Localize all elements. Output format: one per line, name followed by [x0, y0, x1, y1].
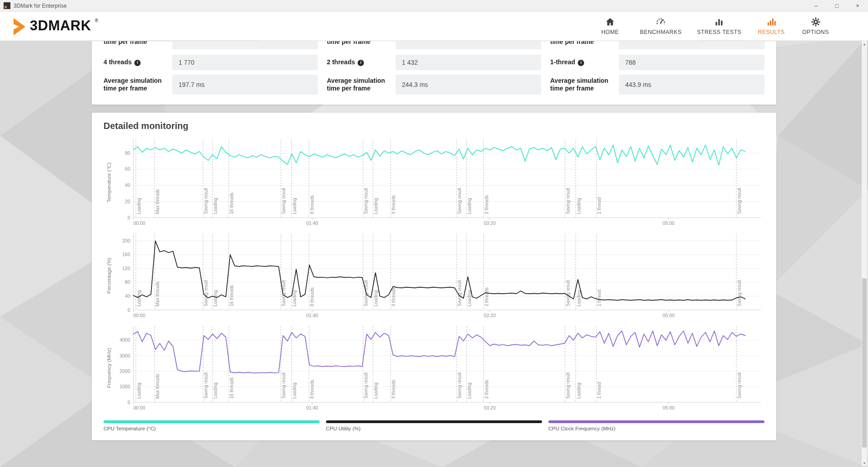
svg-text:Max threads: Max threads: [155, 189, 160, 214]
svg-text:1 thread: 1 thread: [597, 382, 602, 399]
svg-text:Loading: Loading: [292, 290, 297, 306]
legend-item-temperature: CPU Temperature (°C): [104, 420, 320, 431]
brand-logo[interactable]: 3DMARK ®: [12, 16, 98, 37]
result-column: time per frame: [104, 41, 318, 49]
result-label: Average simulationtime per frame: [550, 77, 619, 93]
svg-text:Max threads: Max threads: [155, 374, 160, 399]
svg-text:Loading: Loading: [467, 382, 472, 399]
scroll-down-arrow[interactable]: ▼: [862, 460, 867, 466]
scrollbar-track[interactable]: [862, 47, 867, 460]
app-header: 3DMARK ® HOME BENCHMARKS: [0, 12, 868, 41]
svg-text:16 threads: 16 threads: [229, 285, 234, 306]
result-value-field: [172, 41, 318, 49]
result-label: 4 threadsi: [104, 58, 172, 67]
maximize-button[interactable]: □: [826, 0, 847, 11]
svg-text:Saving result: Saving result: [566, 188, 571, 214]
svg-text:200: 200: [122, 238, 130, 243]
result-label: 1-threadi: [550, 58, 619, 67]
result-column: Average simulationtime per frame 244.3 m…: [327, 75, 541, 95]
svg-text:120: 120: [122, 266, 130, 271]
svg-text:Saving result: Saving result: [737, 188, 742, 214]
results-chart-icon: [766, 17, 777, 27]
svg-text:40: 40: [125, 293, 130, 299]
svg-text:8 threads: 8 threads: [310, 380, 315, 399]
scroll-up-arrow[interactable]: ▲: [862, 41, 867, 47]
result-value-field: 788: [619, 55, 764, 70]
temperature-chart: 020406080LoadingMax threadsSaving result…: [114, 136, 764, 229]
svg-text:2 threads: 2 threads: [484, 287, 489, 306]
scrollbar-thumb[interactable]: [862, 278, 867, 448]
nav-results[interactable]: RESULTS: [757, 17, 786, 35]
svg-text:Saving result: Saving result: [203, 372, 208, 399]
registered-mark: ®: [95, 18, 98, 23]
brand-arrow-icon: [12, 17, 26, 37]
svg-text:Loading: Loading: [576, 198, 581, 214]
close-button[interactable]: ×: [847, 0, 868, 11]
titlebar: 3DMark for Enterprise – □ ×: [0, 0, 868, 12]
svg-text:01:40: 01:40: [306, 313, 318, 318]
result-value-field: 443.9 ms: [619, 75, 764, 95]
svg-text:Saving result: Saving result: [281, 188, 286, 214]
svg-text:60: 60: [125, 166, 130, 172]
result-value-field: 197.7 ms: [172, 75, 318, 95]
svg-text:Loading: Loading: [373, 382, 378, 399]
legend-color-bar: [104, 420, 320, 423]
result-column: time per frame: [550, 41, 764, 49]
svg-text:0: 0: [127, 307, 130, 313]
frequency-chart-row: Frequency (MHz) 01000200030004000Loading…: [104, 323, 764, 413]
svg-text:Loading: Loading: [576, 382, 581, 399]
svg-text:01:40: 01:40: [306, 405, 318, 410]
minimize-button[interactable]: –: [806, 0, 826, 11]
frequency-chart: 01000200030004000LoadingMax threadsSavin…: [114, 323, 764, 413]
legend-item-utility: CPU Utility (%): [326, 420, 542, 431]
svg-text:Saving result: Saving result: [737, 280, 742, 306]
brand-text: 3DMARK: [30, 16, 91, 36]
svg-text:160: 160: [122, 252, 130, 257]
svg-text:Saving result: Saving result: [737, 372, 742, 399]
result-label: time per frame: [327, 41, 396, 46]
svg-text:2 threads: 2 threads: [484, 380, 489, 399]
chart-legend: CPU Temperature (°C) CPU Utility (%) CPU…: [104, 420, 764, 431]
result-column: 4 threadsi 1 770: [104, 55, 318, 70]
svg-text:Saving result: Saving result: [281, 372, 286, 399]
svg-text:1 thread: 1 thread: [597, 290, 602, 306]
svg-text:Loading: Loading: [213, 382, 218, 399]
result-label: time per frame: [104, 41, 172, 46]
info-icon[interactable]: i: [578, 60, 584, 66]
y-axis-title: Temperature (°C): [104, 136, 114, 229]
result-column: time per frame: [327, 41, 541, 49]
results-card: time per frame time per frame time per f…: [92, 41, 776, 105]
svg-text:80: 80: [125, 279, 130, 285]
info-icon[interactable]: i: [134, 60, 141, 66]
nav-home[interactable]: HOME: [595, 17, 624, 35]
scrollbar[interactable]: ▲ ▼: [862, 41, 867, 466]
svg-text:Loading: Loading: [137, 198, 142, 214]
svg-text:Loading: Loading: [137, 290, 142, 306]
home-icon: [605, 17, 615, 27]
svg-text:Saving result: Saving result: [566, 280, 571, 306]
result-value-field: 1 770: [172, 55, 318, 70]
svg-text:03:20: 03:20: [484, 220, 495, 226]
nav-options[interactable]: OPTIONS: [801, 17, 830, 35]
svg-text:0: 0: [127, 215, 130, 220]
utility-chart: 04080120160200LoadingMax threadsSaving r…: [114, 230, 764, 321]
bar-chart-icon: [714, 17, 724, 27]
nav-benchmarks[interactable]: BENCHMARKS: [640, 17, 681, 35]
info-icon[interactable]: i: [358, 60, 364, 66]
results-row-averages: Average simulationtime per frame 197.7 m…: [104, 75, 764, 95]
results-row-threads: 4 threadsi 1 770 2 threadsi 1 432 1-thre…: [104, 55, 764, 70]
result-value-field: [619, 41, 764, 49]
gear-icon: [811, 17, 821, 27]
svg-text:Loading: Loading: [576, 290, 581, 306]
gauge-icon: [656, 17, 666, 27]
content-area: time per frame time per frame time per f…: [0, 41, 868, 467]
svg-text:Loading: Loading: [373, 198, 378, 214]
nav-stress-tests[interactable]: STRESS TESTS: [697, 17, 741, 35]
svg-text:Loading: Loading: [213, 290, 218, 306]
svg-text:03:20: 03:20: [484, 313, 495, 318]
result-label: 2 threadsi: [327, 58, 396, 67]
svg-text:03:20: 03:20: [484, 405, 495, 410]
result-value-field: [396, 41, 541, 49]
result-column: Average simulationtime per frame 443.9 m…: [550, 75, 764, 95]
result-label: Average simulationtime per frame: [327, 77, 396, 93]
